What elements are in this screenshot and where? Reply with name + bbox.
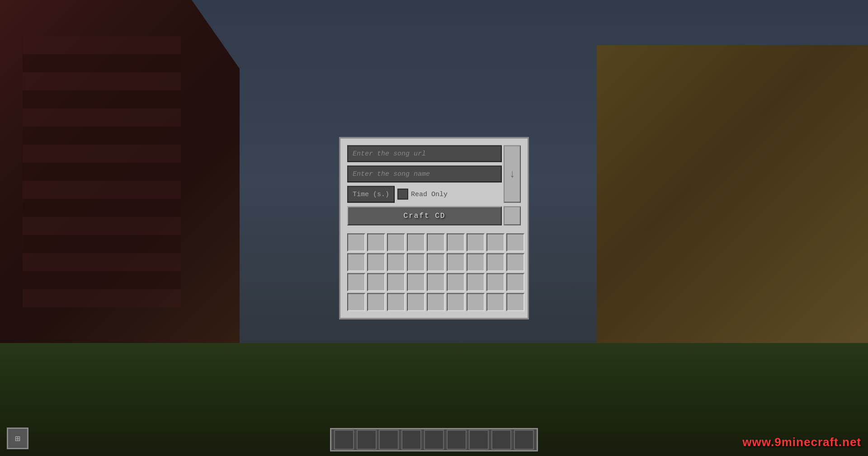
map-icon-symbol: ⊞ [15,433,20,444]
inv-slot[interactable] [367,273,385,291]
inv-slot[interactable] [347,253,365,271]
inv-slot[interactable] [427,273,445,291]
hotbar [330,428,538,451]
inv-slot[interactable] [447,233,465,251]
inv-slot[interactable] [427,233,445,251]
time-row: Time (s.) Read Only [347,186,502,202]
inv-slot[interactable] [486,233,505,251]
inv-slot[interactable] [407,253,425,271]
inv-slot[interactable] [347,293,365,311]
top-section: Time (s.) Read Only ↓ [347,145,521,202]
hotbar-slot-2[interactable] [357,430,377,450]
map-icon[interactable]: ⊞ [7,428,28,449]
song-url-input[interactable] [347,145,502,162]
song-name-input[interactable] [347,165,502,182]
hotbar-slot-4[interactable] [401,430,421,450]
inv-slot[interactable] [387,273,405,291]
inv-slot[interactable] [486,293,505,311]
hotbar-slot-5[interactable] [424,430,444,450]
hotbar-slot-8[interactable] [491,430,511,450]
arrow-down-button[interactable]: ↓ [504,145,521,202]
inv-slot[interactable] [347,233,365,251]
inv-slot[interactable] [407,293,425,311]
inv-slot[interactable] [407,273,425,291]
hotbar-slot-6[interactable] [447,430,467,450]
inv-slot[interactable] [447,293,465,311]
inv-slot[interactable] [506,293,524,311]
inv-slot[interactable] [506,233,524,251]
inv-slot[interactable] [486,273,505,291]
inv-slot[interactable] [506,253,524,271]
inv-slot[interactable] [387,293,405,311]
hotbar-slot-3[interactable] [379,430,399,450]
inv-slot[interactable] [447,253,465,271]
inv-slot[interactable] [467,293,485,311]
hotbar-slot-7[interactable] [469,430,489,450]
top-inputs: Time (s.) Read Only [347,145,502,202]
hotbar-slot-1[interactable] [334,430,354,450]
inv-slot[interactable] [467,253,485,271]
inv-slot[interactable] [427,253,445,271]
inv-slot[interactable] [387,233,405,251]
inv-slot[interactable] [387,253,405,271]
inv-row-3 [347,273,521,291]
inventory-area [347,233,521,311]
craft-row: Craft CD [347,206,521,225]
time-checkbox[interactable] [397,189,408,200]
inv-row-1 [347,233,521,251]
website-watermark: www.9minecraft.net [742,435,861,449]
inv-slot[interactable] [367,233,385,251]
inv-slot[interactable] [367,293,385,311]
craft-side-button[interactable] [504,206,521,225]
read-only-label: Read Only [411,190,502,198]
inv-row-4 [347,293,521,311]
jukebox-dialog: Time (s.) Read Only ↓ Craft CD [339,137,529,319]
craft-cd-button[interactable]: Craft CD [347,206,502,225]
inv-row-2 [347,253,521,271]
inv-slot[interactable] [486,253,505,271]
inv-slot[interactable] [427,293,445,311]
inv-slot[interactable] [506,273,524,291]
inv-slot[interactable] [467,273,485,291]
inv-slot[interactable] [407,233,425,251]
inv-slot[interactable] [467,233,485,251]
inv-slot[interactable] [447,273,465,291]
hotbar-slot-9[interactable] [514,430,534,450]
time-label: Time (s.) [347,186,395,202]
inv-slot[interactable] [367,253,385,271]
inv-slot[interactable] [347,273,365,291]
arrow-down-icon: ↓ [509,168,515,180]
